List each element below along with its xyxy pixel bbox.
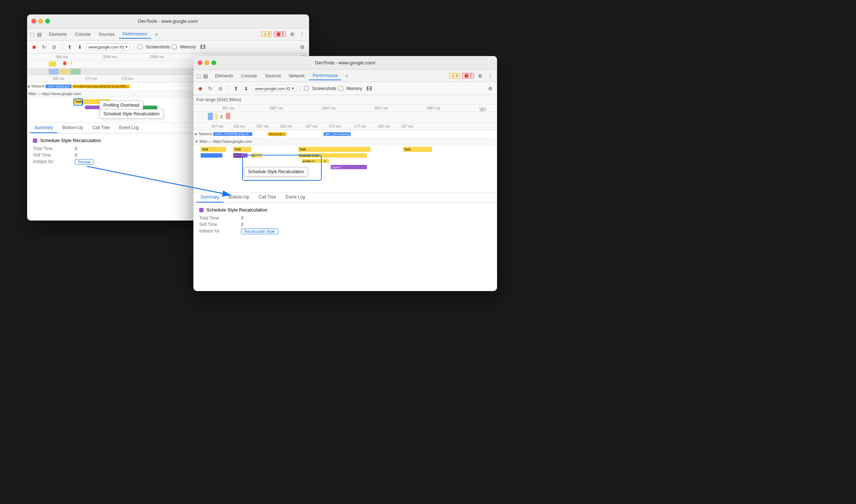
capture-settings-back[interactable]: ⚙ — [298, 43, 306, 51]
event-color-front — [199, 208, 204, 212]
tab-console-front[interactable]: Console — [237, 72, 261, 80]
main-label-back: Main — https://www.google.com/ — [29, 92, 81, 96]
record-btn-back[interactable]: ⏺ — [30, 43, 38, 51]
devtools-window-front: DevTools - www.google.com/ ⬚ ▤ Elements … — [193, 56, 497, 291]
summary-tab-back[interactable]: Summary — [30, 123, 57, 133]
download-btn-front[interactable]: ⬇ — [242, 85, 250, 93]
time-mark-3-front: 157 ms — [257, 124, 269, 128]
full-range-label: Full range (5342.99ms) — [193, 95, 497, 105]
dropdown-icon-back: ▾ — [125, 44, 128, 49]
reveal-button-back[interactable]: Reveal — [75, 159, 94, 165]
network-label-back: ▶ Network .com/ (www.goo m=cdos,hsm,jsa,… — [28, 84, 130, 88]
timeline-overview-front: 997 ms 1997 ms 2997 ms 3997 ms 4997 ms C… — [193, 105, 497, 123]
upload-btn-back[interactable]: ⬆ — [66, 43, 74, 51]
memory-label-back: Memory — [180, 44, 196, 50]
title-bar-back: DevTools - www.google.com/ — [27, 14, 309, 28]
more-btn-back[interactable]: ⋮ — [298, 30, 306, 38]
task-bar-3-front[interactable]: Task — [298, 147, 371, 152]
reload-btn-back[interactable]: ↻ — [40, 43, 48, 51]
maximize-button-front[interactable] — [211, 60, 216, 65]
time-mark-5-front: 167 ms — [305, 124, 317, 128]
record-btn-front[interactable]: ⏺ — [196, 85, 204, 93]
target-selector-back[interactable]: www.google.com #1 ▾ — [86, 43, 130, 50]
upload-btn-front[interactable]: ⬆ — [232, 85, 240, 93]
summary-tab-front[interactable]: Summary — [196, 192, 223, 202]
total-time-row-front: Total Time 0 — [199, 215, 491, 221]
reload-btn-front[interactable]: ↻ — [206, 85, 214, 93]
target-selector-front[interactable]: www.google.com #2 ▾ — [252, 85, 296, 92]
mini-cpu-bar-2 — [63, 61, 66, 65]
tab-performance-front[interactable]: Performance — [309, 72, 341, 80]
ruler-mark-1-front: 997 ms — [222, 106, 234, 110]
memory-label-front: Memory — [346, 86, 362, 91]
time-mark-4-front: 162 ms — [280, 124, 292, 128]
memory-checkbox-front[interactable] — [338, 86, 343, 91]
tab-console-back[interactable]: Console — [71, 30, 94, 38]
subtask-p-front: p — [324, 159, 329, 163]
task-bar-2-front[interactable]: Task — [233, 147, 251, 152]
calltree-tab-front[interactable]: Call Tree — [254, 192, 281, 202]
more-btn-front[interactable]: ⋮ — [486, 72, 494, 80]
warning-badge-front: ⚠ 4 — [449, 73, 460, 78]
tab-bar-front: ⬚ ▤ Elements Console Sources Network Per… — [193, 70, 497, 82]
dropdown-icon-front: ▾ — [292, 86, 294, 91]
mini-cpu-bar-1 — [49, 61, 56, 67]
separator1-front — [228, 85, 228, 92]
subtask-layout-front: Layout — [331, 165, 367, 169]
calltree-tab-back[interactable]: Call Tree — [88, 123, 114, 133]
minimize-button-back[interactable] — [38, 19, 43, 24]
arrow-vert-back — [82, 101, 83, 105]
screenshots-label-back: Screenshots — [146, 44, 170, 50]
separator2-front — [300, 85, 300, 92]
time-mark-8-front: 182 ms — [378, 124, 390, 128]
network-url2-back: m=cdos,hsm,jsa,mb4ZUb,d,csi,cEt9... — [72, 85, 130, 88]
tab-elements-front[interactable]: Elements — [211, 72, 237, 80]
summary-tabs-front: Summary Bottom-Up Call Tree Event Log — [193, 192, 497, 203]
recalculate-style-button-front[interactable]: Recalculate Style — [241, 228, 278, 234]
ruler-mark-4-front: 3997 ms — [374, 106, 388, 110]
event-color-back — [33, 138, 37, 143]
net-label-front: NET — [480, 108, 486, 112]
tab-performance-back[interactable]: Performance — [119, 30, 151, 39]
memory-checkbox-back[interactable] — [172, 44, 177, 49]
bottomup-tab-front[interactable]: Bottom-Up — [224, 192, 253, 202]
tab-more-back[interactable]: » — [152, 30, 162, 38]
ruler-mark-3-front: 2997 ms — [322, 106, 335, 110]
bottomup-tab-back[interactable]: Bottom-Up — [58, 123, 87, 133]
task-bar-4-front[interactable]: Task — [403, 147, 432, 152]
window-title-back: DevTools - www.google.com/ — [138, 18, 198, 24]
network-track-front: ▶ Network color_272x92dp.png (w... NUn3,… — [193, 130, 497, 138]
eventlog-tab-front[interactable]: Event Log — [281, 192, 309, 202]
eventlog-tab-back[interactable]: Event Log — [115, 123, 143, 133]
separator1-back — [62, 43, 62, 51]
capture-settings-front[interactable]: ⚙ — [486, 85, 494, 93]
separator2-back — [134, 43, 134, 51]
subtask-google-cv-front: google.cv — [302, 159, 324, 163]
ruler-mark-1-back: 996 ms — [56, 55, 68, 59]
title-bar-front: DevTools - www.google.com/ — [193, 56, 497, 70]
tab-elements-back[interactable]: Elements — [45, 30, 70, 38]
screenshots-checkbox-back[interactable] — [138, 44, 142, 49]
task-bar-1-front[interactable]: Task — [201, 147, 226, 152]
screenshots-checkbox-front[interactable] — [304, 86, 309, 91]
download-btn-back[interactable]: ⬇ — [76, 43, 84, 51]
tab-more-front[interactable]: » — [342, 72, 352, 80]
devtools-icon-back: ⬚ — [30, 31, 35, 37]
subtask-parse-front — [201, 153, 222, 158]
subtask-green-back — [143, 106, 157, 109]
tab-sources-front[interactable]: Sources — [261, 72, 284, 80]
tab-network-front[interactable]: Network — [285, 72, 308, 80]
time-mark-2-back: 171 ms — [85, 77, 97, 81]
close-button-back[interactable] — [31, 19, 36, 24]
initiator-row-front: Initiator for Recalculate Style — [199, 228, 491, 234]
maximize-button-back[interactable] — [45, 19, 50, 24]
clear-btn-back[interactable]: ⊘ — [50, 43, 58, 51]
tab-sources-back[interactable]: Sources — [95, 30, 118, 38]
mini-chart-front — [193, 112, 497, 123]
settings-btn-back[interactable]: ⚙ — [288, 30, 296, 38]
minimize-button-front[interactable] — [205, 60, 209, 65]
clear-btn-front[interactable]: ⊘ — [217, 85, 224, 93]
settings-btn-front[interactable]: ⚙ — [476, 72, 484, 80]
close-button-front[interactable] — [198, 60, 202, 65]
tasks-area-front: Task Task Task Task Parse HTML E... Eval… — [193, 145, 497, 192]
